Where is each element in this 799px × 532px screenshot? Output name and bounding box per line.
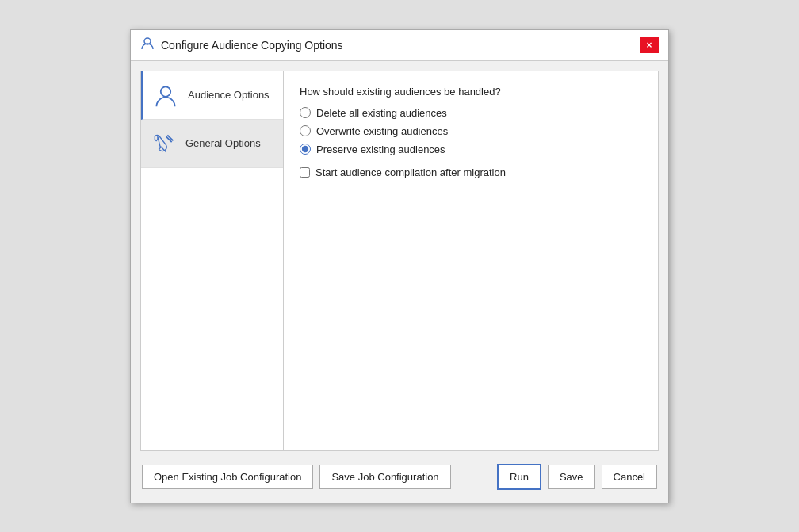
checkbox-compilation-label: Start audience compilation after migrati… (315, 166, 506, 178)
radio-option-overwrite[interactable]: Overwrite existing audiences (300, 125, 642, 137)
question-text: How should existing audiences be handled… (300, 86, 642, 98)
sidebar: Audience Options General (141, 71, 284, 450)
checkbox-compilation[interactable]: Start audience compilation after migrati… (300, 166, 642, 178)
configure-dialog: Configure Audience Copying Options × Aud… (130, 29, 669, 503)
footer: Open Existing Job Configuration Save Job… (140, 459, 659, 493)
radio-overwrite[interactable] (300, 125, 311, 136)
run-button[interactable]: Run (497, 464, 541, 490)
title-bar-left: Configure Audience Copying Options (140, 36, 343, 54)
dialog-title: Configure Audience Copying Options (161, 39, 343, 52)
dialog-body: Audience Options General (131, 61, 668, 503)
main-area: Audience Options General (140, 71, 659, 451)
radio-preserve[interactable] (300, 144, 311, 155)
sidebar-general-options-label: General Options (185, 137, 261, 149)
radio-option-preserve[interactable]: Preserve existing audiences (300, 144, 642, 155)
radio-preserve-label: Preserve existing audiences (316, 144, 445, 155)
cancel-button[interactable]: Cancel (602, 465, 657, 489)
open-existing-button[interactable]: Open Existing Job Configuration (142, 465, 313, 489)
radio-group: Delete all existing audiences Overwrite … (300, 107, 642, 155)
content-area: How should existing audiences be handled… (284, 71, 658, 450)
tools-icon (149, 129, 178, 158)
close-button[interactable]: × (640, 37, 659, 53)
radio-delete-label: Delete all existing audiences (316, 107, 447, 119)
svg-point-1 (161, 86, 170, 96)
radio-option-delete[interactable]: Delete all existing audiences (300, 107, 642, 119)
checkbox-compilation-input[interactable] (300, 167, 310, 178)
dialog-title-icon (140, 36, 155, 54)
sidebar-item-audience-options[interactable]: Audience Options (141, 71, 283, 120)
save-button[interactable]: Save (548, 465, 595, 489)
title-bar: Configure Audience Copying Options × (131, 30, 668, 61)
radio-overwrite-label: Overwrite existing audiences (316, 125, 448, 137)
sidebar-item-general-options[interactable]: General Options (141, 120, 283, 168)
save-job-button[interactable]: Save Job Configuration (319, 465, 450, 489)
radio-delete[interactable] (300, 107, 311, 118)
person-icon (151, 81, 180, 109)
sidebar-audience-options-label: Audience Options (188, 89, 270, 101)
